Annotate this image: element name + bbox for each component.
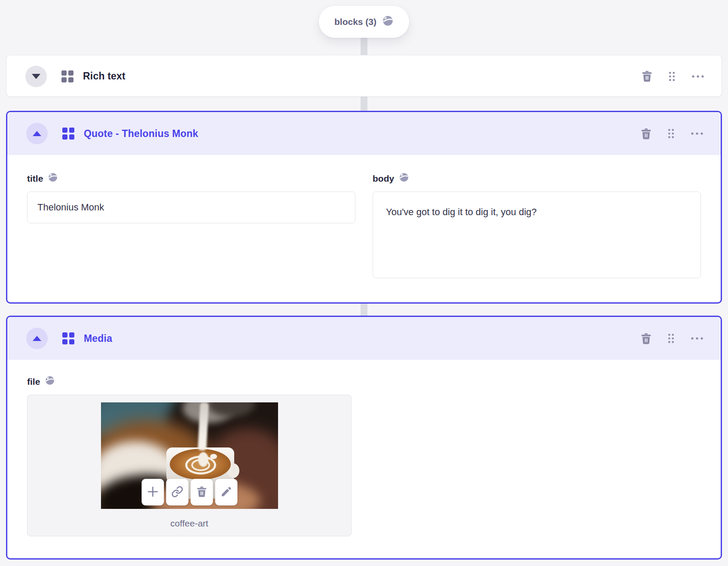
add-image-button[interactable] (141, 479, 164, 505)
block-quote: Quote - Thelonius Monk title (6, 111, 722, 304)
ellipsis-icon (691, 75, 704, 78)
title-input[interactable] (27, 192, 355, 223)
pencil-icon (220, 486, 232, 499)
drag-handle[interactable] (667, 333, 675, 344)
block-title: Rich text (83, 70, 125, 82)
edit-image-button[interactable] (215, 479, 237, 505)
plus-icon (147, 486, 159, 499)
globe-icon (48, 172, 58, 185)
trash-icon (641, 333, 652, 344)
field-label-text: file (27, 377, 40, 387)
drag-handle-icon (668, 71, 676, 82)
block-header: Media (7, 317, 721, 360)
block-fields: title body You've got to dig it to dig i… (7, 155, 721, 280)
block-title: Media (84, 333, 112, 344)
block-header: Rich text (6, 55, 722, 97)
link-icon (171, 486, 183, 499)
field-body: body You've got to dig it to dig it, you… (373, 172, 701, 280)
delete-image-button[interactable] (190, 479, 213, 505)
blocks-editor: blocks (3) Rich text (0, 0, 728, 566)
delete-block-button[interactable] (642, 70, 652, 82)
globe-icon (45, 375, 55, 388)
collapse-block-button[interactable] (26, 123, 48, 144)
blocks-array-pill[interactable]: blocks (3) (319, 6, 409, 38)
more-options-button[interactable] (691, 132, 704, 135)
field-label-text: body (373, 173, 394, 184)
block-actions (641, 128, 704, 140)
delete-block-button[interactable] (641, 333, 652, 344)
trash-icon (641, 128, 652, 140)
field-title: title (27, 172, 355, 280)
chevron-up-icon (33, 336, 41, 341)
more-options-button[interactable] (691, 75, 704, 78)
field-label-text: title (27, 173, 43, 184)
field-label: body (373, 172, 701, 185)
trash-icon (196, 486, 207, 499)
globe-icon (382, 15, 394, 29)
chevron-down-icon (32, 74, 40, 79)
block-type-grid-icon (61, 70, 73, 82)
delete-block-button[interactable] (641, 128, 652, 140)
block-title: Quote - Thelonius Monk (84, 128, 198, 140)
expand-block-button[interactable] (25, 66, 47, 87)
field-label: file (27, 375, 701, 388)
block-actions (641, 333, 704, 344)
file-preview-box: coffee-art (27, 395, 352, 536)
ellipsis-icon (691, 132, 704, 135)
link-image-button[interactable] (166, 479, 188, 505)
coffee-art-image (101, 402, 278, 509)
field-file: file (27, 375, 701, 536)
body-textarea[interactable]: You've got to dig it to dig it, you dig? (373, 192, 701, 278)
block-header: Quote - Thelonius Monk (7, 112, 721, 155)
ellipsis-icon (691, 337, 704, 340)
block-rich-text: Rich text (6, 55, 722, 97)
field-label: title (27, 172, 355, 185)
trash-icon (642, 70, 652, 82)
more-options-button[interactable] (691, 337, 704, 340)
drag-handle[interactable] (668, 71, 676, 82)
block-type-grid-icon (62, 128, 74, 140)
globe-icon (399, 172, 409, 185)
collapse-block-button[interactable] (26, 328, 48, 349)
drag-handle[interactable] (667, 128, 675, 139)
image-toolbar (141, 479, 237, 505)
chevron-up-icon (33, 131, 41, 136)
drag-handle-icon (667, 128, 675, 139)
block-type-grid-icon (62, 332, 74, 344)
block-fields: file (7, 360, 721, 536)
block-actions (642, 70, 704, 82)
blocks-array-label: blocks (3) (334, 17, 376, 27)
drag-handle-icon (667, 333, 675, 344)
file-caption: coffee-art (170, 518, 208, 529)
block-media: Media file (6, 316, 722, 560)
